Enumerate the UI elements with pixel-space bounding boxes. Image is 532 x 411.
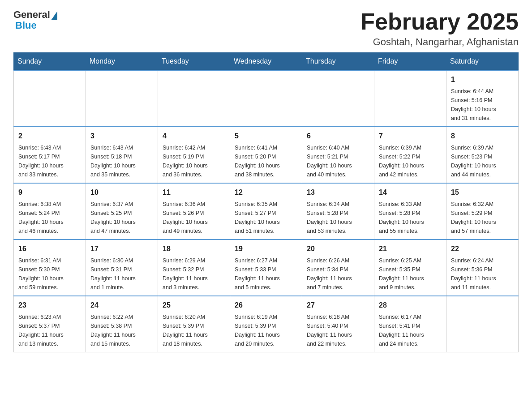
logo-blue-text: Blue xyxy=(13,20,37,31)
day-info: Sunrise: 6:37 AMSunset: 5:25 PMDaylight:… xyxy=(90,200,153,235)
calendar-cell: 23Sunrise: 6:23 AMSunset: 5:37 PMDayligh… xyxy=(14,296,86,352)
day-number: 22 xyxy=(451,244,514,254)
day-info: Sunrise: 6:39 AMSunset: 5:23 PMDaylight:… xyxy=(451,143,514,179)
calendar-cell: 8Sunrise: 6:39 AMSunset: 5:23 PMDaylight… xyxy=(446,127,519,183)
day-info: Sunrise: 6:30 AMSunset: 5:31 PMDaylight:… xyxy=(90,256,153,292)
day-info: Sunrise: 6:32 AMSunset: 5:29 PMDaylight:… xyxy=(451,200,514,235)
calendar-subtitle: Goshtah, Nangarhar, Afghanistan xyxy=(360,36,519,48)
logo: General Blue xyxy=(13,9,57,31)
week-row-4: 16Sunrise: 6:31 AMSunset: 5:30 PMDayligh… xyxy=(14,240,519,296)
day-number: 4 xyxy=(163,131,225,141)
calendar-cell: 6Sunrise: 6:40 AMSunset: 5:21 PMDaylight… xyxy=(302,127,374,183)
calendar-cell: 22Sunrise: 6:24 AMSunset: 5:36 PMDayligh… xyxy=(446,240,519,296)
day-info: Sunrise: 6:38 AMSunset: 5:24 PMDaylight:… xyxy=(18,200,81,235)
day-info: Sunrise: 6:26 AMSunset: 5:34 PMDaylight:… xyxy=(307,256,369,292)
calendar-title: February 2025 xyxy=(360,9,519,34)
day-info: Sunrise: 6:34 AMSunset: 5:28 PMDaylight:… xyxy=(307,200,369,235)
calendar-cell: 12Sunrise: 6:35 AMSunset: 5:27 PMDayligh… xyxy=(230,183,302,240)
calendar-cell: 21Sunrise: 6:25 AMSunset: 5:35 PMDayligh… xyxy=(374,240,446,296)
day-number: 17 xyxy=(90,244,153,254)
calendar-cell: 1Sunrise: 6:44 AMSunset: 5:16 PMDaylight… xyxy=(446,70,519,127)
calendar-cell: 9Sunrise: 6:38 AMSunset: 5:24 PMDaylight… xyxy=(14,183,86,240)
day-number: 23 xyxy=(18,300,81,311)
week-row-5: 23Sunrise: 6:23 AMSunset: 5:37 PMDayligh… xyxy=(14,296,519,352)
weekday-header-saturday: Saturday xyxy=(446,53,519,71)
calendar-cell: 10Sunrise: 6:37 AMSunset: 5:25 PMDayligh… xyxy=(86,183,158,240)
day-number: 28 xyxy=(379,300,442,311)
day-info: Sunrise: 6:31 AMSunset: 5:30 PMDaylight:… xyxy=(18,256,81,292)
day-number: 14 xyxy=(379,187,442,198)
day-number: 15 xyxy=(451,187,514,198)
day-number: 8 xyxy=(451,131,514,141)
calendar-cell: 7Sunrise: 6:39 AMSunset: 5:22 PMDaylight… xyxy=(374,127,446,183)
week-row-3: 9Sunrise: 6:38 AMSunset: 5:24 PMDaylight… xyxy=(14,183,519,240)
day-info: Sunrise: 6:29 AMSunset: 5:32 PMDaylight:… xyxy=(163,256,225,292)
calendar-cell: 27Sunrise: 6:18 AMSunset: 5:40 PMDayligh… xyxy=(302,296,374,352)
calendar-cell: 11Sunrise: 6:36 AMSunset: 5:26 PMDayligh… xyxy=(158,183,230,240)
calendar-cell: 24Sunrise: 6:22 AMSunset: 5:38 PMDayligh… xyxy=(86,296,158,352)
day-number: 5 xyxy=(235,131,297,141)
week-row-2: 2Sunrise: 6:43 AMSunset: 5:17 PMDaylight… xyxy=(14,127,519,183)
calendar-cell: 28Sunrise: 6:17 AMSunset: 5:41 PMDayligh… xyxy=(374,296,446,352)
day-info: Sunrise: 6:39 AMSunset: 5:22 PMDaylight:… xyxy=(379,143,442,179)
calendar-cell: 19Sunrise: 6:27 AMSunset: 5:33 PMDayligh… xyxy=(230,240,302,296)
calendar-cell xyxy=(86,70,158,127)
weekday-header-thursday: Thursday xyxy=(302,53,374,71)
day-number: 16 xyxy=(18,244,81,254)
day-number: 25 xyxy=(163,300,225,311)
calendar-cell: 4Sunrise: 6:42 AMSunset: 5:19 PMDaylight… xyxy=(158,127,230,183)
day-info: Sunrise: 6:17 AMSunset: 5:41 PMDaylight:… xyxy=(379,313,442,348)
day-number: 11 xyxy=(163,187,225,198)
day-info: Sunrise: 6:22 AMSunset: 5:38 PMDaylight:… xyxy=(90,313,153,348)
day-info: Sunrise: 6:44 AMSunset: 5:16 PMDaylight:… xyxy=(451,87,514,123)
day-number: 24 xyxy=(90,300,153,311)
day-number: 21 xyxy=(379,244,442,254)
calendar-cell: 17Sunrise: 6:30 AMSunset: 5:31 PMDayligh… xyxy=(86,240,158,296)
logo-general-text: General xyxy=(13,9,50,21)
day-number: 18 xyxy=(163,244,225,254)
day-number: 6 xyxy=(307,131,369,141)
day-info: Sunrise: 6:23 AMSunset: 5:37 PMDaylight:… xyxy=(18,313,81,348)
day-number: 27 xyxy=(307,300,369,311)
weekday-header-wednesday: Wednesday xyxy=(230,53,302,71)
logo-arrow-icon xyxy=(51,11,57,20)
calendar-cell: 13Sunrise: 6:34 AMSunset: 5:28 PMDayligh… xyxy=(302,183,374,240)
calendar-cell: 18Sunrise: 6:29 AMSunset: 5:32 PMDayligh… xyxy=(158,240,230,296)
calendar-cell xyxy=(14,70,86,127)
calendar-cell: 3Sunrise: 6:43 AMSunset: 5:18 PMDaylight… xyxy=(86,127,158,183)
day-number: 20 xyxy=(307,244,369,254)
title-section: February 2025 Goshtah, Nangarhar, Afghan… xyxy=(360,9,519,48)
calendar-cell: 20Sunrise: 6:26 AMSunset: 5:34 PMDayligh… xyxy=(302,240,374,296)
day-info: Sunrise: 6:25 AMSunset: 5:35 PMDaylight:… xyxy=(379,256,442,292)
day-number: 26 xyxy=(235,300,297,311)
day-info: Sunrise: 6:43 AMSunset: 5:17 PMDaylight:… xyxy=(18,143,81,179)
weekday-header-sunday: Sunday xyxy=(14,53,86,71)
weekday-header-tuesday: Tuesday xyxy=(158,53,230,71)
day-info: Sunrise: 6:43 AMSunset: 5:18 PMDaylight:… xyxy=(90,143,153,179)
day-info: Sunrise: 6:27 AMSunset: 5:33 PMDaylight:… xyxy=(235,256,297,292)
day-number: 19 xyxy=(235,244,297,254)
day-info: Sunrise: 6:18 AMSunset: 5:40 PMDaylight:… xyxy=(307,313,369,348)
day-info: Sunrise: 6:33 AMSunset: 5:28 PMDaylight:… xyxy=(379,200,442,235)
day-number: 7 xyxy=(379,131,442,141)
day-number: 2 xyxy=(18,131,81,141)
week-row-1: 1Sunrise: 6:44 AMSunset: 5:16 PMDaylight… xyxy=(14,70,519,127)
day-info: Sunrise: 6:19 AMSunset: 5:39 PMDaylight:… xyxy=(235,313,297,348)
calendar-cell: 15Sunrise: 6:32 AMSunset: 5:29 PMDayligh… xyxy=(446,183,519,240)
weekday-header-row: SundayMondayTuesdayWednesdayThursdayFrid… xyxy=(14,53,519,71)
calendar-cell xyxy=(374,70,446,127)
calendar-cell: 14Sunrise: 6:33 AMSunset: 5:28 PMDayligh… xyxy=(374,183,446,240)
calendar-cell xyxy=(446,296,519,352)
day-number: 10 xyxy=(90,187,153,198)
calendar-cell xyxy=(230,70,302,127)
calendar-cell: 26Sunrise: 6:19 AMSunset: 5:39 PMDayligh… xyxy=(230,296,302,352)
calendar-cell xyxy=(158,70,230,127)
day-number: 9 xyxy=(18,187,81,198)
day-info: Sunrise: 6:24 AMSunset: 5:36 PMDaylight:… xyxy=(451,256,514,292)
day-info: Sunrise: 6:40 AMSunset: 5:21 PMDaylight:… xyxy=(307,143,369,179)
day-info: Sunrise: 6:41 AMSunset: 5:20 PMDaylight:… xyxy=(235,143,297,179)
day-number: 1 xyxy=(451,74,514,85)
day-info: Sunrise: 6:35 AMSunset: 5:27 PMDaylight:… xyxy=(235,200,297,235)
calendar-cell: 16Sunrise: 6:31 AMSunset: 5:30 PMDayligh… xyxy=(14,240,86,296)
day-info: Sunrise: 6:36 AMSunset: 5:26 PMDaylight:… xyxy=(163,200,225,235)
